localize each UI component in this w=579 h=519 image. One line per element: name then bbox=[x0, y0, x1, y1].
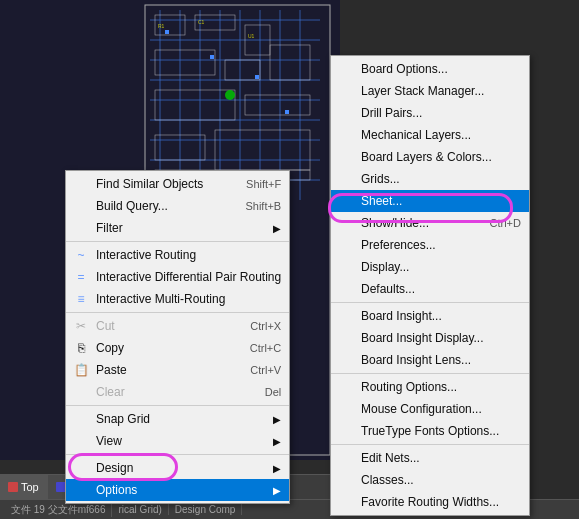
menu-snap-grid[interactable]: Snap Grid ▶ bbox=[66, 408, 289, 430]
mechanical-layers-label: Mechanical Layers... bbox=[361, 128, 471, 142]
menu-defaults[interactable]: Defaults... bbox=[331, 278, 529, 300]
separator-1 bbox=[66, 241, 289, 242]
sheet-label: Sheet... bbox=[361, 194, 402, 208]
menu-paste[interactable]: 📋 Paste Ctrl+V bbox=[66, 359, 289, 381]
tab-top-label: Top bbox=[21, 481, 39, 493]
menu-build-query[interactable]: Build Query... Shift+B bbox=[66, 195, 289, 217]
status-grid-info: 文件 19 父文件mf666 bbox=[5, 503, 112, 517]
routing-options-label: Routing Options... bbox=[361, 380, 457, 394]
diff-pair-label: Interactive Differential Pair Routing bbox=[96, 270, 281, 284]
menu-truetype-fonts[interactable]: TrueType Fonts Options... bbox=[331, 420, 529, 442]
board-layers-colors-label: Board Layers & Colors... bbox=[361, 150, 492, 164]
cut-label: Cut bbox=[96, 319, 115, 333]
copy-icon: ⎘ bbox=[72, 339, 90, 357]
find-similar-shortcut: Shift+F bbox=[226, 178, 281, 190]
snap-grid-label: Snap Grid bbox=[96, 412, 150, 426]
options-arrow: ▶ bbox=[273, 485, 281, 496]
multi-routing-label: Interactive Multi-Routing bbox=[96, 292, 225, 306]
build-query-shortcut: Shift+B bbox=[225, 200, 281, 212]
design-label: Design bbox=[96, 461, 133, 475]
board-insight-lens-label: Board Insight Lens... bbox=[361, 353, 471, 367]
right-separator-1 bbox=[331, 302, 529, 303]
svg-point-30 bbox=[225, 90, 235, 100]
menu-board-options[interactable]: Board Options... bbox=[331, 58, 529, 80]
menu-display[interactable]: Display... bbox=[331, 256, 529, 278]
filter-label: Filter bbox=[96, 221, 123, 235]
menu-board-layers-colors[interactable]: Board Layers & Colors... bbox=[331, 146, 529, 168]
right-separator-3 bbox=[331, 444, 529, 445]
defaults-label: Defaults... bbox=[361, 282, 415, 296]
menu-diff-pair-routing[interactable]: = Interactive Differential Pair Routing bbox=[66, 266, 289, 288]
menu-board-insight-lens[interactable]: Board Insight Lens... bbox=[331, 349, 529, 371]
menu-drill-pairs[interactable]: Drill Pairs... bbox=[331, 102, 529, 124]
board-insight-display-label: Board Insight Display... bbox=[361, 331, 484, 345]
clear-label: Clear bbox=[96, 385, 125, 399]
menu-clear[interactable]: Clear Del bbox=[66, 381, 289, 403]
menu-sheet[interactable]: Sheet... bbox=[331, 190, 529, 212]
menu-edit-nets[interactable]: Edit Nets... bbox=[331, 447, 529, 469]
grids-label: Grids... bbox=[361, 172, 400, 186]
menu-classes[interactable]: Classes... bbox=[331, 469, 529, 491]
menu-interactive-routing[interactable]: ~ Interactive Routing bbox=[66, 244, 289, 266]
drill-pairs-label: Drill Pairs... bbox=[361, 106, 422, 120]
menu-preferences[interactable]: Preferences... bbox=[331, 234, 529, 256]
menu-board-insight-display[interactable]: Board Insight Display... bbox=[331, 327, 529, 349]
menu-mechanical-layers[interactable]: Mechanical Layers... bbox=[331, 124, 529, 146]
layer-stack-label: Layer Stack Manager... bbox=[361, 84, 484, 98]
top-layer-color bbox=[8, 482, 18, 492]
menu-mouse-configuration[interactable]: Mouse Configuration... bbox=[331, 398, 529, 420]
board-insight-label: Board Insight... bbox=[361, 309, 442, 323]
show-hide-shortcut: Ctrl+D bbox=[470, 217, 521, 229]
menu-cut[interactable]: ✂ Cut Ctrl+X bbox=[66, 315, 289, 337]
svg-text:C1: C1 bbox=[198, 19, 205, 25]
svg-rect-32 bbox=[210, 55, 214, 59]
tab-top[interactable]: Top bbox=[0, 475, 48, 499]
menu-board-insight[interactable]: Board Insight... bbox=[331, 305, 529, 327]
paste-shortcut: Ctrl+V bbox=[230, 364, 281, 376]
diff-pair-icon: = bbox=[72, 268, 90, 286]
clear-shortcut: Del bbox=[245, 386, 282, 398]
design-arrow: ▶ bbox=[273, 463, 281, 474]
menu-design[interactable]: Design ▶ bbox=[66, 457, 289, 479]
find-similar-label: Find Similar Objects bbox=[96, 177, 203, 191]
edit-nets-label: Edit Nets... bbox=[361, 451, 420, 465]
menu-multi-routing[interactable]: ≡ Interactive Multi-Routing bbox=[66, 288, 289, 310]
svg-rect-31 bbox=[165, 30, 169, 34]
mouse-configuration-label: Mouse Configuration... bbox=[361, 402, 482, 416]
build-query-label: Build Query... bbox=[96, 199, 168, 213]
menu-favorite-routing[interactable]: Favorite Routing Widths... bbox=[331, 491, 529, 513]
copy-label: Copy bbox=[96, 341, 124, 355]
svg-text:R1: R1 bbox=[158, 23, 165, 29]
menu-view[interactable]: View ▶ bbox=[66, 430, 289, 452]
copy-shortcut: Ctrl+C bbox=[230, 342, 281, 354]
right-separator-2 bbox=[331, 373, 529, 374]
preferences-label: Preferences... bbox=[361, 238, 436, 252]
interactive-routing-label: Interactive Routing bbox=[96, 248, 196, 262]
snap-grid-arrow: ▶ bbox=[273, 414, 281, 425]
paste-label: Paste bbox=[96, 363, 127, 377]
status-design-comp: Design Comp bbox=[169, 504, 243, 515]
left-context-menu: Find Similar Objects Shift+F Build Query… bbox=[65, 170, 290, 504]
menu-routing-options[interactable]: Routing Options... bbox=[331, 376, 529, 398]
truetype-fonts-label: TrueType Fonts Options... bbox=[361, 424, 499, 438]
multi-routing-icon: ≡ bbox=[72, 290, 90, 308]
menu-layer-stack[interactable]: Layer Stack Manager... bbox=[331, 80, 529, 102]
separator-2 bbox=[66, 312, 289, 313]
status-grid-type: rical Grid) bbox=[112, 504, 168, 515]
menu-options[interactable]: Options ▶ bbox=[66, 479, 289, 501]
svg-rect-34 bbox=[285, 110, 289, 114]
menu-grids[interactable]: Grids... bbox=[331, 168, 529, 190]
board-options-label: Board Options... bbox=[361, 62, 448, 76]
separator-4 bbox=[66, 454, 289, 455]
cut-shortcut: Ctrl+X bbox=[230, 320, 281, 332]
menu-copy[interactable]: ⎘ Copy Ctrl+C bbox=[66, 337, 289, 359]
interactive-routing-icon: ~ bbox=[72, 246, 90, 264]
menu-show-hide[interactable]: Show/Hide... Ctrl+D bbox=[331, 212, 529, 234]
menu-filter[interactable]: Filter ▶ bbox=[66, 217, 289, 239]
view-label: View bbox=[96, 434, 122, 448]
right-context-menu: Board Options... Layer Stack Manager... … bbox=[330, 55, 530, 516]
show-hide-label: Show/Hide... bbox=[361, 216, 429, 230]
menu-find-similar[interactable]: Find Similar Objects Shift+F bbox=[66, 173, 289, 195]
separator-3 bbox=[66, 405, 289, 406]
paste-icon: 📋 bbox=[72, 361, 90, 379]
